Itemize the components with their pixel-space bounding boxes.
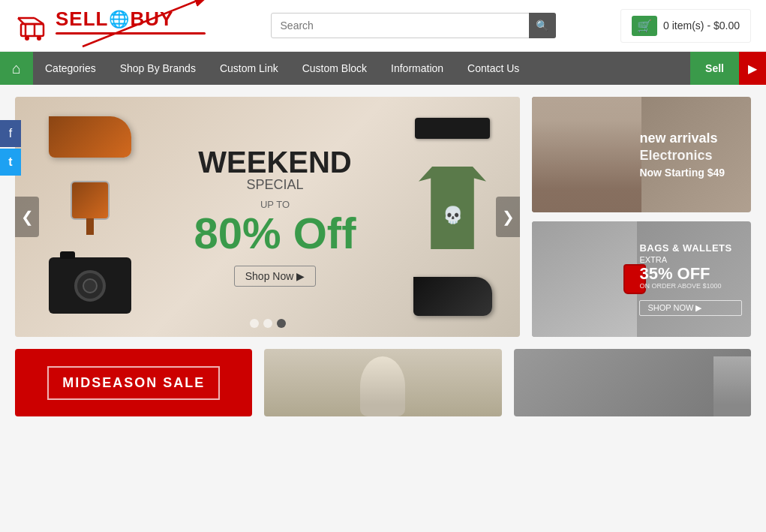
mens-fashion-banner[interactable] — [514, 349, 751, 416]
nav-custom-block[interactable]: Custom Block — [290, 52, 379, 85]
banner-text-area: WEEKEND SPECIAL UP TO 80% Off Shop Now ▶ — [150, 132, 400, 302]
bags-wallets-banner[interactable]: BAGS & WALLETS EXTRA 35% OFF ON ORDER AB… — [532, 221, 751, 337]
slider-inner: WEEKEND SPECIAL UP TO 80% Off Shop Now ▶… — [15, 97, 520, 337]
svg-rect-0 — [21, 24, 44, 36]
sell-button[interactable]: Sell — [690, 52, 739, 85]
facebook-icon: f — [9, 127, 12, 140]
logo-sell: SELL — [56, 8, 108, 31]
twitter-button[interactable]: t — [0, 149, 21, 176]
prev-icon: ❮ — [21, 208, 34, 226]
bags-shop-now-button[interactable]: SHOP NOW ▶ — [639, 300, 742, 316]
search-button[interactable]: 🔍 — [529, 13, 556, 38]
header: SELL 🌐 BUY 🔍 — [0, 0, 766, 52]
slider-prev-button[interactable]: ❮ — [15, 197, 39, 237]
banner-percent-text: 80% Off — [165, 212, 385, 255]
fashion-banner[interactable] — [264, 349, 501, 416]
cart-logo-icon — [15, 8, 54, 41]
right-banners: new arrivals Electronics Now Starting $4… — [532, 97, 751, 337]
sunglasses-product-img — [415, 118, 490, 139]
dot-1[interactable] — [250, 319, 259, 328]
midseason-sale-banner[interactable]: MIDSEASON SALE — [15, 349, 252, 416]
camera-product-img — [49, 257, 131, 317]
nav-custom-link[interactable]: Custom Link — [208, 52, 290, 85]
bottom-banners: MIDSEASON SALE — [0, 349, 766, 428]
banner-special-text: SPECIAL — [165, 177, 385, 193]
nav-information[interactable]: Information — [379, 52, 455, 85]
shop-now-button[interactable]: Shop Now ▶ — [234, 266, 316, 287]
logo-globe-icon: 🌐 — [109, 10, 129, 29]
play-icon: ▶ — [748, 62, 757, 76]
banner-1-text: new arrivals Electronics Now Starting $4… — [630, 97, 751, 212]
nav-contact-us[interactable]: Contact Us — [455, 52, 531, 85]
cart-icon: 🛒 — [632, 16, 657, 36]
banner-weekend-text: WEEKEND — [165, 147, 385, 177]
watch-product-img — [71, 181, 110, 233]
search-icon: 🔍 — [536, 20, 548, 32]
search-input[interactable] — [271, 13, 556, 38]
social-sidebar: f t — [0, 120, 21, 177]
search-area: 🔍 — [271, 13, 556, 38]
cart-label: 0 item(s) - $0.00 — [663, 20, 740, 32]
sneaker-product-img — [413, 277, 492, 316]
banner-2-text: BAGS & WALLETS EXTRA 35% OFF ON ORDER AB… — [630, 221, 751, 337]
navbar: ⌂ Categories Shop By Brands Custom Link … — [0, 52, 766, 85]
fashion-banner-bg — [264, 349, 501, 416]
banner-2-bg-img — [532, 221, 637, 337]
nav-categories[interactable]: Categories — [33, 52, 108, 85]
cart-button[interactable]: 🛒 0 item(s) - $0.00 — [620, 9, 751, 43]
shoe-product-img — [49, 116, 131, 158]
twitter-icon: t — [8, 155, 12, 169]
next-icon: ❯ — [502, 208, 515, 226]
facebook-button[interactable]: f — [0, 120, 21, 147]
home-nav-button[interactable]: ⌂ — [0, 52, 33, 85]
logo-buy: BUY — [130, 8, 173, 31]
svg-point-7 — [25, 36, 29, 41]
svg-point-8 — [37, 36, 41, 41]
play-button[interactable]: ▶ — [739, 52, 766, 85]
slider-dots — [250, 319, 286, 328]
mens-banner-bg — [514, 349, 751, 416]
main-banner-slider: WEEKEND SPECIAL UP TO 80% Off Shop Now ▶… — [15, 97, 520, 337]
main-content: WEEKEND SPECIAL UP TO 80% Off Shop Now ▶… — [0, 85, 766, 349]
logo-underline — [56, 32, 206, 35]
tshirt-product-img: 💀 — [419, 167, 486, 249]
home-icon: ⌂ — [12, 60, 21, 77]
banner-1-bg-img — [532, 97, 641, 212]
midseason-label: MIDSEASON SALE — [47, 366, 220, 400]
slider-next-button[interactable]: ❯ — [496, 197, 520, 237]
new-arrivals-banner[interactable]: new arrivals Electronics Now Starting $4… — [532, 97, 751, 212]
nav-shop-by-brands[interactable]: Shop By Brands — [108, 52, 208, 85]
logo-area: SELL 🌐 BUY — [15, 8, 206, 44]
dot-3[interactable] — [277, 319, 286, 328]
dot-2[interactable] — [263, 319, 272, 328]
